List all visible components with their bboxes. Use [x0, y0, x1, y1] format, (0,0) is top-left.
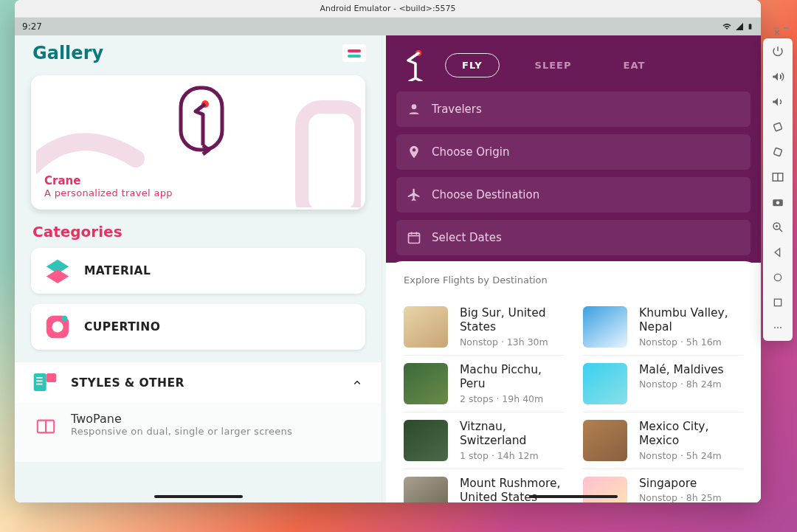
- split-screen: Gallery: [15, 35, 761, 502]
- destination-meta: Nonstop · 5h 24m: [639, 450, 743, 461]
- plane-icon: [407, 187, 421, 202]
- camera-icon[interactable]: [770, 195, 785, 210]
- svg-point-35: [780, 327, 782, 328]
- svg-line-28: [779, 229, 782, 232]
- svg-rect-11: [36, 380, 43, 381]
- more-icon[interactable]: [770, 320, 785, 335]
- svg-point-31: [774, 274, 781, 280]
- nav-handle[interactable]: [154, 495, 243, 498]
- category-cupertino[interactable]: CUPERTINO: [31, 304, 365, 350]
- cupertino-icon: [43, 312, 72, 342]
- back-icon[interactable]: [770, 245, 785, 260]
- minimize-icon[interactable]: [784, 27, 790, 29]
- twopane-icon: [32, 413, 59, 440]
- volume-down-icon[interactable]: [770, 94, 785, 109]
- destination-item[interactable]: Big Sur, United StatesNonstop · 13h 30m: [404, 299, 564, 356]
- window-title: Android Emulator - <build>:5575: [320, 4, 455, 13]
- field-label: Choose Destination: [432, 188, 539, 201]
- field-destination[interactable]: Choose Destination: [396, 177, 751, 213]
- destination-meta: Nonstop · 8h 24m: [639, 379, 724, 390]
- destination-meta: 1 stop · 14h 12m: [460, 450, 564, 461]
- destination-name: Machu Picchu, Peru: [460, 363, 564, 392]
- tab-eat[interactable]: EAT: [607, 54, 662, 77]
- destination-thumb: [404, 420, 448, 461]
- material-icon: [43, 256, 72, 286]
- crane-pane: FLY SLEEP EAT Travelers Choose Origin: [386, 35, 761, 502]
- destination-item[interactable]: Machu Picchu, Peru2 stops · 19h 40m: [404, 356, 564, 412]
- destination-meta: Nonstop · 5h 16m: [639, 336, 743, 348]
- wifi-icon: [722, 22, 732, 31]
- gallery-pane: Gallery: [15, 35, 382, 502]
- category-material[interactable]: MATERIAL: [31, 248, 365, 294]
- destination-thumb: [583, 306, 627, 348]
- twopane-subtitle: Responsive on dual, single or larger scr…: [71, 426, 292, 437]
- field-travelers[interactable]: Travelers: [396, 91, 751, 127]
- destination-item[interactable]: Khumbu Valley, NepalNonstop · 5h 16m: [583, 299, 743, 356]
- svg-marker-4: [46, 269, 69, 283]
- svg-rect-10: [36, 377, 43, 379]
- gallery-title: Gallery: [32, 43, 103, 63]
- tab-sleep[interactable]: SLEEP: [519, 54, 588, 77]
- zoom-in-icon[interactable]: [770, 220, 785, 235]
- svg-point-33: [774, 327, 776, 328]
- svg-point-7: [62, 316, 68, 322]
- field-label: Choose Origin: [432, 145, 509, 159]
- twopane-title: TwoPane: [71, 412, 292, 426]
- nav-handle[interactable]: [529, 495, 618, 498]
- categories-list: MATERIAL CUPERTINO: [15, 248, 382, 362]
- destination-name: Big Sur, United States: [460, 306, 564, 335]
- emulator-sidepanel: [763, 38, 793, 341]
- place-icon: [407, 145, 421, 159]
- screenshot-tool-icon[interactable]: [770, 170, 785, 184]
- field-label: Select Dates: [432, 231, 502, 244]
- tab-fly[interactable]: FLY: [445, 53, 500, 77]
- appearance-toggle[interactable]: [342, 44, 367, 63]
- destination-meta: Nonstop · 8h 25m: [639, 492, 722, 502]
- field-origin[interactable]: Choose Origin: [396, 134, 751, 170]
- destination-meta: 2 stops · 19h 40m: [460, 393, 564, 404]
- destination-item[interactable]: Malé, MaldivesNonstop · 8h 24m: [583, 356, 743, 412]
- emulator-window-controls: ×: [763, 21, 793, 35]
- svg-rect-9: [46, 373, 57, 382]
- featured-card-crane[interactable]: Crane A personalized travel app: [31, 75, 365, 210]
- destination-name: Malé, Maldives: [639, 363, 724, 377]
- volume-up-icon[interactable]: [770, 69, 785, 84]
- crane-nav: FLY SLEEP EAT: [396, 46, 751, 91]
- crane-tabs: FLY SLEEP EAT: [445, 53, 745, 77]
- svg-rect-17: [409, 233, 420, 243]
- android-statusbar: 9:27: [15, 18, 761, 35]
- rotate-left-icon[interactable]: [770, 120, 785, 134]
- svg-rect-22: [773, 148, 782, 156]
- destination-thumb: [404, 363, 448, 404]
- destination-name: Singapore: [639, 477, 722, 491]
- destination-item[interactable]: Mexico City, MexicoNonstop · 5h 24m: [583, 412, 743, 469]
- svg-point-34: [777, 327, 779, 328]
- category-label: CUPERTINO: [84, 320, 160, 334]
- svg-rect-0: [302, 107, 361, 207]
- explore-sheet: Explore Flights by Destination Big Sur, …: [386, 261, 761, 502]
- svg-point-26: [776, 201, 780, 205]
- power-icon[interactable]: [770, 44, 785, 59]
- svg-rect-32: [774, 299, 781, 305]
- search-fields: Travelers Choose Origin Choose Destinati…: [396, 91, 751, 255]
- svg-rect-21: [773, 122, 782, 131]
- twopane-row[interactable]: TwoPane Responsive on dual, single or la…: [15, 403, 382, 462]
- field-dates[interactable]: Select Dates: [396, 220, 751, 255]
- destination-thumb: [583, 363, 627, 404]
- overview-icon[interactable]: [770, 295, 785, 310]
- destination-meta: Nonstop · 13h 30m: [460, 336, 564, 348]
- destination-thumb: [583, 420, 627, 461]
- crane-backdrop: FLY SLEEP EAT Travelers Choose Origin: [386, 35, 761, 263]
- close-icon[interactable]: ×: [773, 27, 779, 29]
- rotate-right-icon[interactable]: [770, 145, 785, 159]
- status-clock: 9:27: [22, 21, 42, 32]
- styles-other-row[interactable]: STYLES & OTHER: [15, 362, 382, 403]
- explore-heading: Explore Flights by Destination: [404, 274, 743, 286]
- signal-icon: [735, 22, 744, 31]
- home-icon[interactable]: [770, 270, 785, 285]
- status-icons: [722, 21, 753, 32]
- destination-item[interactable]: Vitznau, Switzerland1 stop · 14h 12m: [404, 412, 564, 469]
- svg-rect-12: [36, 383, 43, 384]
- styles-icon: [32, 370, 59, 396]
- chevron-up-icon: [351, 376, 364, 390]
